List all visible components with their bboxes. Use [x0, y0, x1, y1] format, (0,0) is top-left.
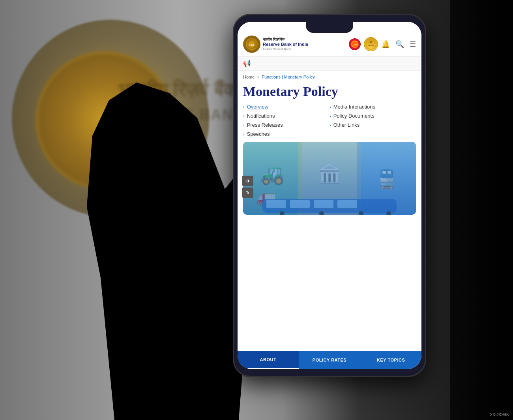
nav-arrow-press-releases: › — [243, 123, 245, 128]
breadcrumb: Home > Functions | Monetary Policy — [238, 71, 421, 81]
banner-image: 🚜 🏛️ 🚆 🚛 — [243, 142, 416, 215]
menu-icon[interactable]: ☰ — [410, 40, 416, 49]
nav-label-policy-documents: Policy Documents — [333, 113, 374, 119]
nav-label-speeches: Speeches — [247, 131, 270, 137]
nav-arrow-notifications: › — [243, 114, 245, 118]
nav-item-overview[interactable]: › Overview — [243, 104, 330, 110]
phone-notch — [306, 22, 353, 33]
nav-col-right: › Media Interactions › Policy Documents … — [330, 104, 416, 137]
nav-arrow-speeches: › — [243, 132, 245, 137]
rbi-g20-badge: G20 — [349, 38, 361, 50]
tab-about[interactable]: About — [238, 351, 299, 369]
tab-policy-rates[interactable]: Policy Rates — [299, 351, 360, 369]
nav-links: › Overview › Notifications › Press Relea… — [238, 104, 421, 137]
background-dark-right — [450, 0, 513, 420]
nav-label-overview: Overview — [247, 104, 268, 110]
svg-text:YEARS: YEARS — [368, 45, 374, 47]
nav-label-other-links: Other Links — [333, 122, 359, 128]
search-icon[interactable]: 🔍 — [395, 40, 404, 49]
nav-arrow-overview: › — [243, 105, 245, 109]
nav-item-notifications[interactable]: › Notifications — [243, 113, 330, 119]
accessibility-bar: ◑ Tr — [242, 176, 253, 198]
rbi-logo-circle: RBI — [243, 36, 260, 53]
nav-item-speeches[interactable]: › Speeches — [243, 131, 330, 137]
watermark: 2XDX98K — [490, 412, 509, 417]
page-title: Monetary Policy — [238, 81, 421, 104]
rbi-header-icons: 🔔 🔍 ☰ — [381, 40, 416, 49]
breadcrumb-current: Functions | Monetary Policy — [262, 75, 315, 79]
announcement-bar: 📢 — [238, 56, 421, 71]
rbi-hindi-title: भारतीय रिज़र्व बैंक — [263, 38, 308, 42]
nav-label-media-interactions: Media Interactions — [333, 104, 375, 110]
breadcrumb-separator: > — [257, 75, 259, 79]
rbi-tagline: India's Central Bank — [263, 47, 308, 51]
nav-item-press-releases[interactable]: › Press Releases — [243, 122, 330, 128]
smartphone: RBI भारतीय रिज़र्व बैंक Reserve Bank of … — [233, 14, 426, 377]
svg-point-6 — [366, 39, 376, 49]
bell-icon[interactable]: 🔔 — [381, 40, 390, 49]
nav-item-other-links[interactable]: › Other Links — [330, 122, 416, 128]
text-size-button[interactable]: Tr — [242, 188, 253, 198]
breadcrumb-home[interactable]: Home — [243, 75, 255, 79]
rbi-90-badge: 90 YEARS — [364, 37, 378, 51]
tab-key-topics[interactable]: Key Topics — [360, 351, 421, 369]
svg-text:RBI: RBI — [249, 43, 254, 46]
banner-overlay — [243, 142, 416, 215]
nav-arrow-media: › — [330, 105, 331, 109]
svg-text:G20: G20 — [353, 43, 357, 46]
phone-screen: RBI भारतीय रिज़र्व बैंक Reserve Bank of … — [238, 22, 421, 369]
nav-label-notifications: Notifications — [247, 113, 275, 119]
svg-text:90: 90 — [370, 41, 373, 43]
nav-col-left: › Overview › Notifications › Press Relea… — [243, 104, 330, 137]
nav-arrow-other-links: › — [330, 123, 331, 128]
rbi-english-title: Reserve Bank of India — [263, 42, 308, 47]
rbi-website: RBI भारतीय रिज़र्व बैंक Reserve Bank of … — [238, 22, 421, 369]
nav-item-policy-documents[interactable]: › Policy Documents — [330, 113, 416, 119]
megaphone-icon: 📢 — [243, 60, 251, 67]
nav-item-media-interactions[interactable]: › Media Interactions — [330, 104, 416, 110]
rbi-logo-area: RBI भारतीय रिज़र्व बैंक Reserve Bank of … — [243, 36, 346, 53]
rbi-logo-text: भारतीय रिज़र्व बैंक Reserve Bank of Indi… — [263, 38, 308, 51]
nav-arrow-policy-docs: › — [330, 114, 331, 118]
contrast-button[interactable]: ◑ — [242, 176, 253, 186]
bottom-tabs: About Policy Rates Key Topics — [238, 351, 421, 369]
nav-label-press-releases: Press Releases — [247, 122, 283, 128]
